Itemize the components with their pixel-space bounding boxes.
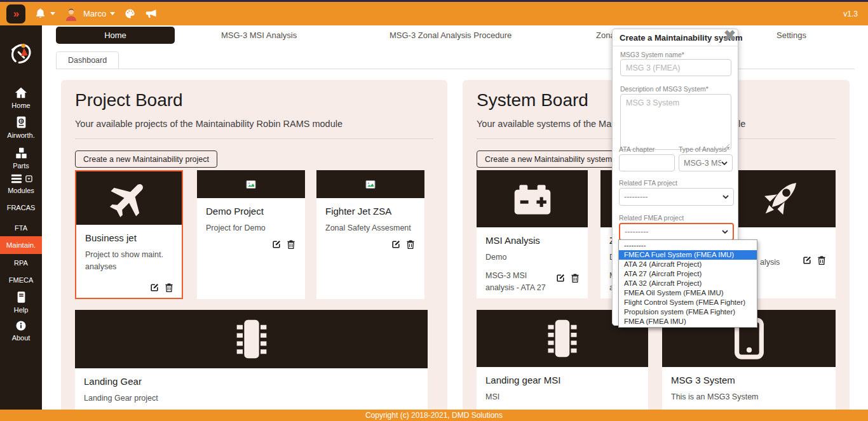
chevron-down-icon — [50, 12, 55, 15]
dropdown-option[interactable]: ATA 27 (Aircraft Project) — [619, 269, 757, 279]
bell-icon — [34, 8, 46, 20]
sidebar-item-fracas[interactable]: FRACAS — [0, 204, 42, 211]
dropdown-option-highlighted[interactable]: FMECA Fuel System (FMEA IMU) — [619, 250, 757, 260]
chevron-down-icon — [110, 12, 115, 15]
sidebar-item-fmeca[interactable]: FMECA — [0, 276, 42, 284]
related-fmea-select[interactable]: --------- — [619, 223, 734, 241]
select-value: --------- — [624, 192, 648, 201]
divider — [75, 138, 433, 139]
trash-icon[interactable] — [570, 273, 580, 283]
edit-icon[interactable] — [802, 255, 812, 265]
sidebar-label: FMECA — [0, 276, 42, 284]
card-title: Demo Project — [206, 206, 296, 217]
sidebar-item-help[interactable]: Help — [0, 291, 42, 314]
card-meta-fragment: alysis — [760, 257, 780, 269]
sidebar-item-about[interactable]: About — [0, 320, 42, 342]
sidebar-item-modules[interactable]: Modules — [0, 173, 42, 194]
theme-button[interactable] — [124, 8, 136, 20]
system-description-textarea[interactable] — [620, 94, 731, 150]
sidebar-item-rpa[interactable]: RPA — [0, 259, 42, 267]
dropdown-option[interactable]: Flight Control System (FMEA Fighter) — [619, 298, 757, 307]
tab-label: Dashboard — [68, 56, 107, 65]
create-system-button[interactable]: Create a new Maintainability system — [477, 150, 620, 168]
project-card-business-jet[interactable]: Business jet Project to show maint. anal… — [75, 170, 183, 299]
double-chevron-icon: » — [13, 8, 18, 19]
system-name-input[interactable] — [620, 59, 731, 76]
card-header — [76, 171, 182, 225]
ata-chapter-label: ATA chapter — [619, 145, 654, 153]
tab-dashboard[interactable]: Dashboard — [56, 51, 119, 69]
tab-settings[interactable]: Settings — [776, 30, 806, 40]
sidebar-label: About — [0, 334, 42, 342]
related-fta-select[interactable]: --------- — [619, 188, 734, 206]
trash-icon[interactable] — [405, 239, 416, 250]
card-title: MSI Analysis — [485, 235, 579, 246]
sidebar-label: Maintain. — [0, 236, 42, 254]
system-card-msi-analysis[interactable]: MSI Analysis Demo MSG-3 MSI analysis - A… — [477, 170, 588, 298]
sidebar-item-maintainability[interactable]: Maintain. — [0, 236, 42, 254]
card-title: Business jet — [85, 232, 173, 243]
create-project-button[interactable]: Create a new Maintainability project — [75, 150, 217, 168]
close-icon[interactable]: ✖ — [724, 29, 736, 43]
card-header — [724, 170, 836, 227]
dropdown-option[interactable]: FMEA (FMEA IMU) — [619, 317, 757, 326]
notifications-button[interactable] — [34, 8, 55, 20]
project-card-landing-gear[interactable]: Landing Gear Landing Gear project — [75, 310, 428, 421]
info-icon — [15, 320, 27, 331]
dropdown-option[interactable]: Propulsion system (FMEA Fighter) — [619, 307, 757, 317]
sidebar: Home Airworth. Parts Modules FRACAS FTA … — [0, 25, 42, 410]
robin-logo[interactable] — [6, 39, 36, 71]
broken-image-icon — [365, 180, 376, 189]
caret-square-down-icon — [25, 175, 32, 182]
sidebar-item-fta[interactable]: FTA — [0, 224, 42, 232]
user-menu[interactable]: Marco — [64, 7, 115, 21]
sidebar-item-parts[interactable]: Parts — [0, 147, 42, 170]
sidebar-label: Airworth. — [0, 131, 42, 139]
trash-icon[interactable] — [817, 255, 827, 265]
rocket-icon — [756, 174, 805, 224]
trash-icon[interactable] — [164, 283, 174, 293]
sidebar-item-home[interactable]: Home — [0, 86, 42, 109]
card-header — [75, 310, 428, 368]
project-card-fighter-jet-zsa[interactable]: Fighter Jet ZSA Zonal Safety Assesment — [316, 170, 424, 299]
edit-icon[interactable] — [149, 283, 159, 293]
sidebar-collapse-button[interactable]: » — [6, 4, 25, 23]
dropdown-option[interactable]: --------- — [619, 241, 757, 250]
system-board-title: System Board — [477, 90, 588, 110]
card-description: Landing Gear project — [84, 392, 419, 404]
sidebar-label: FTA — [0, 224, 42, 232]
battery-icon — [510, 179, 555, 218]
tab-home[interactable]: Home — [56, 27, 175, 44]
card-description: This is an MSG3 System — [671, 391, 827, 403]
project-board-title: Project Board — [75, 90, 183, 110]
trash-icon[interactable] — [286, 239, 296, 250]
tab-label: Home — [104, 30, 126, 40]
dropdown-option[interactable]: FMEA Oil System (FMEA IMU) — [619, 288, 757, 298]
robin-bird-icon — [6, 39, 36, 69]
sidebar-item-airworthiness[interactable]: Airworth. — [0, 116, 42, 139]
card-description: MSI — [485, 391, 639, 403]
edit-icon[interactable] — [271, 239, 281, 250]
tab-msg3-zonal-analysis[interactable]: MSG-3 Zonal Analysis Procedure — [390, 30, 512, 40]
type-of-analysis-label: Type of Analysis* — [679, 145, 729, 153]
related-fmea-label: Related FMEA project — [619, 214, 684, 222]
broken-image-icon — [246, 180, 256, 189]
tab-msg3-msi-analysis[interactable]: MSG-3 MSI Analysis — [221, 30, 297, 40]
sidebar-label: Parts — [0, 162, 42, 170]
description-field-label: Description of MSG3 System* — [620, 85, 709, 93]
passport-icon — [16, 116, 27, 129]
project-card-demo-project[interactable]: Demo Project Project for Demo — [197, 170, 305, 299]
plane-icon — [108, 177, 150, 219]
edit-icon[interactable] — [391, 239, 401, 250]
edit-icon[interactable] — [555, 273, 566, 283]
dropdown-option[interactable]: ATA 24 (Aircraft Project) — [619, 260, 757, 269]
chevron-down-icon — [722, 230, 728, 234]
announcements-button[interactable] — [145, 8, 158, 20]
card-meta-line: analysis - ATA 27 — [485, 282, 579, 294]
chevron-down-icon — [721, 161, 728, 165]
type-of-analysis-select[interactable]: MSG-3 MSI — [679, 154, 733, 171]
dropdown-option[interactable]: ATA 32 (Aircraft Project) — [619, 279, 757, 288]
sidebar-label: Modules — [0, 187, 42, 194]
ata-chapter-input[interactable] — [619, 154, 675, 171]
name-field-label: MSG3 System name* — [620, 51, 684, 58]
